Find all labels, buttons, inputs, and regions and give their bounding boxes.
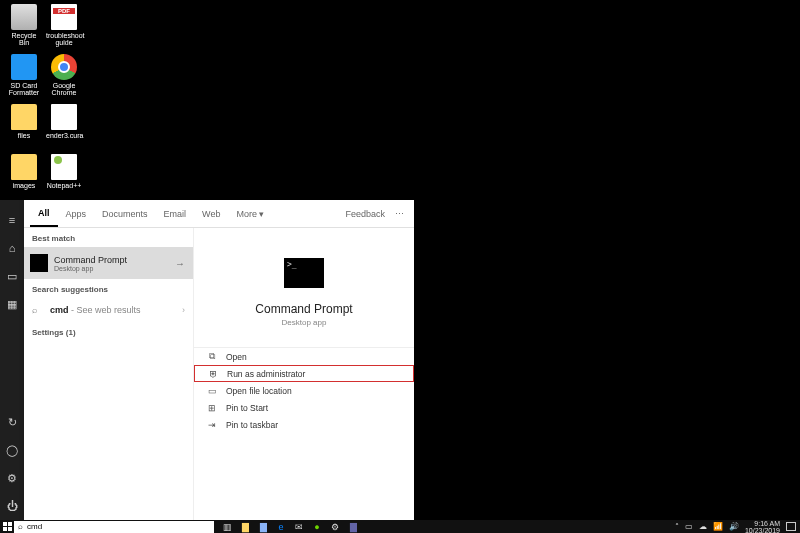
action-pin-to-start[interactable]: ⊞Pin to Start	[194, 399, 414, 416]
tab-apps[interactable]: Apps	[58, 200, 95, 227]
tray-overflow-icon[interactable]: ˄	[675, 522, 679, 531]
start-button[interactable]	[0, 520, 14, 533]
search-icon: ⌕	[18, 522, 23, 531]
result-subtitle: Desktop app	[54, 265, 127, 272]
pin-start-icon: ⊞	[206, 403, 218, 413]
search-suggestions-header: Search suggestions	[24, 279, 193, 298]
pin-taskbar-icon: ⇥	[206, 420, 218, 430]
tray-network-icon[interactable]: ▭	[685, 522, 693, 531]
rail-pictures-icon[interactable]: ▦	[0, 290, 24, 318]
chevron-right-icon: →	[175, 258, 185, 269]
search-tabs: All Apps Documents Email Web More ▾ Feed…	[24, 200, 414, 228]
tray-onedrive-icon[interactable]: ☁	[699, 522, 707, 531]
best-match-header: Best match	[24, 228, 193, 247]
taskbar-clock[interactable]: 9:16 AM 10/23/2019	[745, 520, 780, 534]
tab-email[interactable]: Email	[156, 200, 195, 227]
windows-logo-icon	[3, 522, 12, 531]
desktop-icon-cura[interactable]: ender3.cura	[46, 104, 82, 139]
more-options-icon[interactable]: ⋯	[391, 209, 408, 219]
taskbar-teams-icon[interactable]: ▇	[346, 520, 360, 533]
command-prompt-icon	[30, 254, 48, 272]
preview-actions: ⧉Open ⛨Run as administrator ▭Open file l…	[194, 347, 414, 433]
desktop-icon-chrome[interactable]: Google Chrome	[46, 54, 82, 96]
tray-wifi-icon[interactable]: 📶	[713, 522, 723, 531]
taskbar-settings-icon[interactable]: ⚙	[328, 520, 342, 533]
tab-web[interactable]: Web	[194, 200, 228, 227]
shield-icon: ⛨	[207, 369, 219, 379]
folder-icon: ▭	[206, 386, 218, 396]
search-icon: ⌕	[32, 305, 44, 315]
tab-more[interactable]: More ▾	[228, 200, 272, 227]
rail-power-icon[interactable]: ⏻	[0, 492, 24, 520]
result-title: Command Prompt	[54, 255, 127, 265]
preview-title: Command Prompt	[255, 302, 352, 316]
taskbar-explorer-icon[interactable]: ▇	[238, 520, 252, 533]
command-prompt-preview-icon	[284, 258, 324, 288]
results-column: Best match Command Prompt Desktop app → …	[24, 228, 194, 520]
action-run-as-administrator[interactable]: ⛨Run as administrator	[194, 365, 414, 382]
taskbar-search-input[interactable]	[27, 522, 210, 531]
start-rail: ≡ ⌂ ▭ ▦ ↻ ◯ ⚙ ⏻	[0, 200, 24, 520]
result-command-prompt[interactable]: Command Prompt Desktop app →	[24, 247, 193, 279]
preview-column: Command Prompt Desktop app ⧉Open ⛨Run as…	[194, 228, 414, 520]
action-pin-to-taskbar[interactable]: ⇥Pin to taskbar	[194, 416, 414, 433]
feedback-link[interactable]: Feedback	[339, 209, 391, 219]
preview-subtitle: Desktop app	[282, 318, 327, 327]
desktop-icon-recycle-bin[interactable]: Recycle Bin	[6, 4, 42, 46]
taskbar: ⌕ ▥ ▇ ▇ e ✉ ● ⚙ ▇ ˄ ▭ ☁ 📶 🔊 9:16 AM 10/2…	[0, 520, 800, 533]
taskbar-search[interactable]: ⌕	[14, 521, 214, 533]
settings-header: Settings (1)	[24, 322, 193, 341]
desktop-icon-pdf[interactable]: troubleshoot guide	[46, 4, 82, 46]
start-search-panel: All Apps Documents Email Web More ▾ Feed…	[24, 200, 414, 520]
taskbar-app-icon[interactable]: ●	[310, 520, 324, 533]
rail-home-icon[interactable]: ⌂	[0, 234, 24, 262]
chevron-right-icon: ›	[182, 305, 185, 315]
suggestion-cmd-web[interactable]: ⌕ cmd - See web results ›	[24, 298, 193, 322]
taskbar-mail-icon[interactable]: ✉	[292, 520, 306, 533]
rail-documents-icon[interactable]: ▭	[0, 262, 24, 290]
rail-settings-icon[interactable]: ⚙	[0, 464, 24, 492]
taskbar-edge-icon[interactable]: e	[274, 520, 288, 533]
rail-menu-icon[interactable]: ≡	[0, 206, 24, 234]
rail-account-icon[interactable]: ◯	[0, 436, 24, 464]
desktop-icon-sd-formatter[interactable]: SD Card Formatter	[6, 54, 42, 96]
task-view-icon[interactable]: ▥	[220, 520, 234, 533]
tab-documents[interactable]: Documents	[94, 200, 156, 227]
action-open[interactable]: ⧉Open	[194, 348, 414, 365]
action-open-file-location[interactable]: ▭Open file location	[194, 382, 414, 399]
open-icon: ⧉	[206, 351, 218, 362]
desktop-icon-notepadpp[interactable]: Notepad++	[46, 154, 82, 189]
action-center-icon[interactable]	[786, 522, 796, 531]
taskbar-store-icon[interactable]: ▇	[256, 520, 270, 533]
rail-timeline-icon[interactable]: ↻	[0, 408, 24, 436]
desktop-icon-files[interactable]: files	[6, 104, 42, 139]
system-tray: ˄ ▭ ☁ 📶 🔊 9:16 AM 10/23/2019	[675, 520, 796, 534]
tray-volume-icon[interactable]: 🔊	[729, 522, 739, 531]
tab-all[interactable]: All	[30, 200, 58, 227]
desktop-icon-images[interactable]: images	[6, 154, 42, 189]
